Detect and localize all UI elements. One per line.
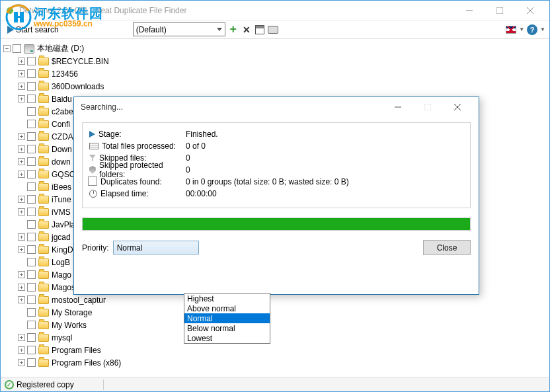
expand-icon[interactable]: +: [18, 359, 25, 366]
tree-item-label: Confi: [52, 120, 70, 129]
expand-icon[interactable]: +: [18, 296, 25, 303]
checkbox[interactable]: [27, 220, 36, 229]
folder-icon: [38, 309, 49, 317]
tree-item[interactable]: +$RECYCLE.BIN: [2, 55, 548, 67]
expand-icon[interactable]: +: [18, 233, 25, 241]
expand-icon[interactable]: +: [18, 58, 25, 65]
tree-root[interactable]: − 本地磁盘 (D:): [2, 42, 548, 55]
dialog-minimize-button[interactable]: [383, 98, 412, 116]
keyboard-icon[interactable]: [268, 24, 278, 35]
checkbox[interactable]: [27, 233, 36, 241]
save-icon[interactable]: [255, 24, 265, 35]
add-icon[interactable]: +: [228, 24, 239, 35]
checkbox[interactable]: [27, 170, 36, 178]
checkbox[interactable]: [27, 358, 36, 367]
option-lowest[interactable]: Lowest: [184, 333, 270, 343]
checkbox[interactable]: [27, 270, 36, 279]
expand-icon[interactable]: +: [18, 158, 25, 165]
priority-dropdown[interactable]: Highest Above normal Normal Below normal…: [184, 293, 270, 344]
language-dropdown-icon[interactable]: ▼: [519, 26, 524, 32]
tree-item-label: 360Downloads: [52, 82, 104, 91]
close-button[interactable]: [515, 1, 545, 20]
checkbox[interactable]: [27, 295, 36, 304]
expand-icon[interactable]: +: [18, 334, 25, 341]
expand-icon[interactable]: +: [18, 196, 25, 203]
checkbox[interactable]: [27, 346, 36, 354]
tree-item-label: mysql: [52, 333, 72, 342]
tree-item-label: Baidu: [52, 95, 72, 104]
tree-item[interactable]: +123456: [2, 67, 548, 80]
checkbox[interactable]: [27, 258, 36, 266]
folder-icon: [38, 246, 49, 254]
folder-icon: [38, 158, 49, 166]
dialog-close-button[interactable]: [442, 98, 472, 116]
maximize-button[interactable]: [485, 1, 515, 20]
option-below-normal[interactable]: Below normal: [184, 323, 270, 333]
files-icon: [89, 143, 98, 149]
expand-icon[interactable]: +: [18, 70, 25, 77]
tree-item[interactable]: +mysql: [2, 331, 548, 344]
checkbox[interactable]: [27, 182, 36, 191]
checkbox[interactable]: [27, 321, 36, 329]
checkbox[interactable]: [27, 107, 36, 116]
tree-item[interactable]: +mostool_captur: [2, 294, 548, 306]
priority-select[interactable]: Normal: [113, 241, 199, 255]
folder-icon: [38, 95, 49, 103]
checkbox[interactable]: [27, 308, 36, 317]
tree-item[interactable]: +Program Files: [2, 344, 548, 356]
checkbox[interactable]: [27, 69, 36, 78]
tree-item[interactable]: +360Downloads: [2, 80, 548, 93]
expand-icon[interactable]: +: [18, 133, 25, 140]
watermark-logo-icon: [5, 3, 32, 31]
tree-item[interactable]: +Program Files (x86): [2, 356, 548, 369]
option-highest[interactable]: Highest: [184, 294, 270, 303]
watermark-url: www.pc0359.cn: [34, 20, 103, 28]
progress-bar: [82, 217, 471, 231]
delete-icon[interactable]: ✕: [241, 24, 252, 35]
checkbox[interactable]: [27, 82, 36, 91]
checkbox[interactable]: [27, 245, 36, 254]
checkbox[interactable]: [27, 132, 36, 141]
expand-icon[interactable]: +: [18, 346, 25, 354]
checkbox[interactable]: [27, 283, 36, 292]
total-label: Total files processed:: [102, 141, 176, 151]
tree-item-label: mostool_captur: [52, 295, 106, 305]
checkbox[interactable]: [27, 333, 36, 342]
tree-item[interactable]: My Storage: [2, 306, 548, 319]
checkbox[interactable]: [27, 195, 36, 204]
close-button[interactable]: Close: [423, 240, 471, 255]
option-normal[interactable]: Normal: [184, 313, 270, 323]
minimize-button[interactable]: [454, 1, 485, 20]
expand-icon[interactable]: +: [18, 83, 25, 90]
expand-icon[interactable]: +: [18, 246, 25, 253]
checkbox[interactable]: [27, 145, 36, 153]
help-dropdown-icon[interactable]: ▼: [540, 26, 545, 32]
dialog-maximize-button[interactable]: [412, 98, 442, 116]
checkbox[interactable]: [27, 157, 36, 166]
expand-icon[interactable]: +: [18, 271, 25, 278]
folder-icon: [38, 58, 49, 65]
main-window: 河东软件园 www.pc0359.cn Detwinner 2.04.001 -…: [0, 0, 550, 392]
option-above-normal[interactable]: Above normal: [184, 303, 270, 313]
language-flag-icon[interactable]: [506, 24, 516, 35]
expand-icon[interactable]: +: [18, 171, 25, 178]
expand-icon[interactable]: +: [18, 145, 25, 153]
checkbox[interactable]: [27, 120, 36, 128]
checkbox[interactable]: [13, 44, 21, 53]
tree-item[interactable]: My Works: [2, 319, 548, 331]
profile-select[interactable]: (Default): [133, 22, 225, 36]
expand-icon[interactable]: +: [18, 208, 25, 216]
tree-item-label: iBees: [52, 182, 71, 192]
tree-item-label: KingD: [52, 245, 73, 255]
total-value: 0 of 0: [186, 141, 206, 151]
stage-value: Finished.: [186, 130, 218, 139]
collapse-icon[interactable]: −: [3, 45, 11, 52]
tree-item-label: iVMS: [52, 208, 71, 217]
expand-icon[interactable]: +: [18, 95, 25, 102]
checkbox[interactable]: [27, 95, 36, 103]
checkbox[interactable]: [27, 57, 36, 65]
info-box: Stage: Finished. Total files processed: …: [82, 122, 471, 208]
checkbox[interactable]: [27, 208, 36, 216]
help-icon[interactable]: ?: [527, 24, 537, 35]
expand-icon[interactable]: +: [18, 284, 25, 291]
